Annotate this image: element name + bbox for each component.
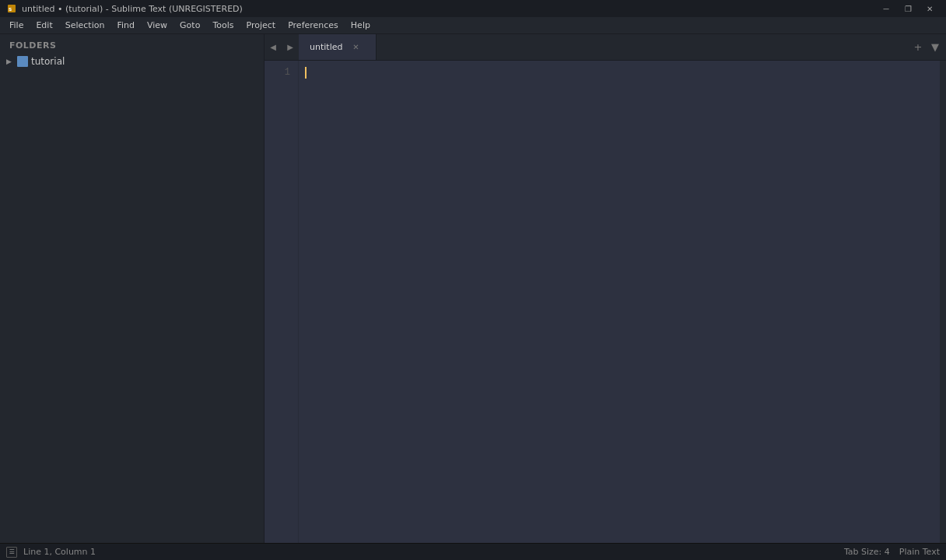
editor-area[interactable]: 1 xyxy=(265,61,946,543)
line-number-1: 1 xyxy=(285,65,290,80)
status-bar: ☰ Line 1, Column 1 Tab Size: 4 Plain Tex… xyxy=(0,543,946,560)
cursor-position: Line 1, Column 1 xyxy=(23,547,96,557)
folder-name: tutorial xyxy=(31,56,65,67)
menu-file[interactable]: File xyxy=(3,19,30,32)
menu-selection[interactable]: Selection xyxy=(59,19,111,32)
tab-size-indicator[interactable]: Tab Size: 4 xyxy=(844,547,890,557)
git-icon: ☰ xyxy=(6,547,17,558)
text-cursor xyxy=(305,67,307,79)
tab-overflow-button[interactable]: ▼ xyxy=(927,40,943,55)
tab-nav-right-button[interactable]: ▶ xyxy=(282,34,299,60)
tab-actions: + ▼ xyxy=(907,34,946,60)
tab-untitled[interactable]: untitled ✕ xyxy=(299,34,377,60)
new-tab-button[interactable]: + xyxy=(910,40,926,55)
menu-goto[interactable]: Goto xyxy=(173,19,206,32)
line-numbers: 1 xyxy=(265,61,299,543)
tab-area: ◀ ▶ untitled ✕ + ▼ 1 xyxy=(265,34,946,543)
main-layout: FOLDERS ▶ tutorial ◀ ▶ untitled ✕ + ▼ xyxy=(0,34,946,543)
menu-preferences[interactable]: Preferences xyxy=(282,19,345,32)
tabs-bar: ◀ ▶ untitled ✕ + ▼ xyxy=(265,34,946,61)
minimize-button[interactable]: ─ xyxy=(876,2,896,16)
status-bar-right: Tab Size: 4 Plain Text xyxy=(844,547,940,557)
tabs-list: untitled ✕ xyxy=(299,34,907,60)
menu-find[interactable]: Find xyxy=(110,19,141,32)
window-title: untitled • (tutorial) - Sublime Text (UN… xyxy=(22,4,243,14)
menu-bar: File Edit Selection Find View Goto Tools… xyxy=(0,17,946,34)
restore-button[interactable]: ❐ xyxy=(898,2,918,16)
svg-text:s: s xyxy=(9,6,12,12)
folder-arrow-icon: ▶ xyxy=(6,58,14,65)
app-icon: s xyxy=(6,3,17,14)
tab-close-button[interactable]: ✕ xyxy=(350,42,361,53)
folders-header: FOLDERS xyxy=(0,34,264,54)
folder-item-tutorial[interactable]: ▶ tutorial xyxy=(0,54,264,69)
vertical-scrollbar[interactable] xyxy=(940,61,946,543)
sidebar: FOLDERS ▶ tutorial xyxy=(0,34,265,543)
menu-project[interactable]: Project xyxy=(240,19,282,32)
editor-content[interactable] xyxy=(299,61,940,543)
menu-tools[interactable]: Tools xyxy=(206,19,240,32)
tab-nav-left-button[interactable]: ◀ xyxy=(265,34,282,60)
status-bar-left: ☰ Line 1, Column 1 xyxy=(6,547,96,558)
menu-help[interactable]: Help xyxy=(345,19,377,32)
title-bar: s untitled • (tutorial) - Sublime Text (… xyxy=(0,0,946,17)
title-bar-controls: ─ ❐ ✕ xyxy=(876,2,940,16)
cursor-line xyxy=(305,65,934,80)
menu-edit[interactable]: Edit xyxy=(30,19,58,32)
close-button[interactable]: ✕ xyxy=(920,2,940,16)
tab-label: untitled xyxy=(310,42,342,52)
folder-icon xyxy=(17,56,28,67)
syntax-indicator[interactable]: Plain Text xyxy=(899,547,940,557)
title-bar-left: s untitled • (tutorial) - Sublime Text (… xyxy=(6,3,243,14)
menu-view[interactable]: View xyxy=(141,19,173,32)
